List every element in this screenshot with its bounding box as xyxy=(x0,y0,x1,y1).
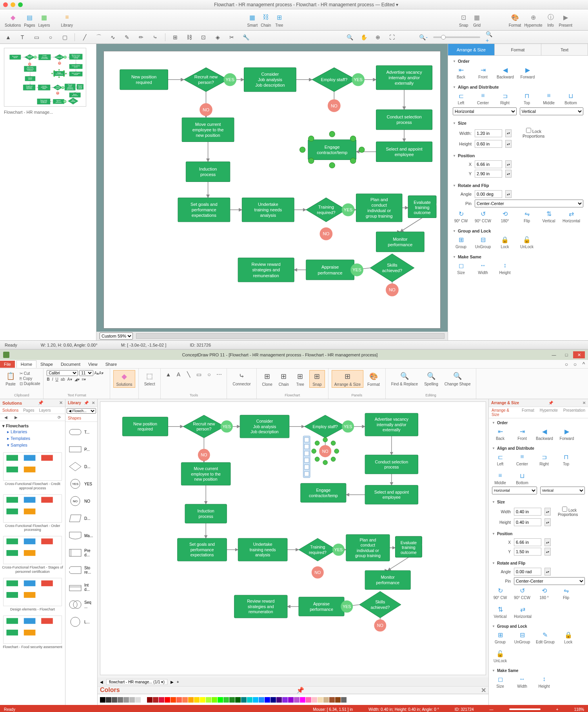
grow-font[interactable]: A▴ xyxy=(94,371,99,375)
middle-btn[interactable]: ≡Middle xyxy=(541,92,557,105)
zoom-btn[interactable] xyxy=(18,2,23,7)
color-swatch[interactable] xyxy=(253,697,258,703)
layers-btn[interactable]: ▦Layers xyxy=(38,12,50,27)
max-btn[interactable]: □ xyxy=(561,351,572,358)
color-swatch[interactable] xyxy=(300,697,305,703)
wr-tab-pres[interactable]: Presentation xyxy=(561,407,588,418)
bottom-btn[interactable]: ⊔Bottom xyxy=(563,92,579,105)
connector-btn[interactable]: ⤷Connector xyxy=(230,370,253,387)
backward-btn[interactable]: ◀Backward xyxy=(497,66,514,79)
pin-select[interactable]: Center-Center xyxy=(475,200,583,207)
top-btn[interactable]: ⊓Top xyxy=(519,92,535,105)
tab-arrange[interactable]: Arrange & Size xyxy=(448,44,495,55)
group-btn[interactable]: ⊞Group xyxy=(453,236,469,249)
wr-tab-hyper[interactable]: Hypernote xyxy=(537,407,561,418)
flowchart-svg[interactable]: New positionrequiredRecruit newperson?Co… xyxy=(104,51,440,328)
menu-shape[interactable]: Shape xyxy=(36,361,57,368)
zoom-slider[interactable] xyxy=(433,36,480,38)
color-swatch[interactable] xyxy=(100,697,105,703)
bold-btn[interactable]: B xyxy=(47,377,49,381)
left-btn[interactable]: ⊏Left xyxy=(453,92,469,105)
wr-height[interactable] xyxy=(514,518,541,526)
bottom-btn[interactable]: ⊔Bottom xyxy=(514,472,530,485)
font-select[interactable]: Calibri xyxy=(47,370,78,376)
shape-3[interactable]: YESYES xyxy=(67,475,96,492)
color-swatch[interactable] xyxy=(335,697,341,703)
zoom-slider-win[interactable] xyxy=(509,708,541,710)
horiz-select[interactable]: Horizontal xyxy=(453,107,517,115)
wr-x[interactable] xyxy=(514,538,541,546)
backward-btn[interactable]: ◀Backward xyxy=(536,427,553,441)
horizontal-btn[interactable]: ⇄Horizontal xyxy=(563,210,580,223)
color-swatch[interactable] xyxy=(282,697,288,703)
size-btn[interactable]: ◻Size xyxy=(453,262,469,275)
color-swatch[interactable] xyxy=(106,697,111,703)
snap-btn[interactable]: ⊡Snap xyxy=(459,12,469,27)
min-btn[interactable]: — xyxy=(548,351,560,358)
win-flowchart-svg[interactable]: New positionrequiredRecruit newperson?Co… xyxy=(100,401,486,675)
clone-btn[interactable]: ⊞Clone xyxy=(260,371,275,387)
find---replace-btn[interactable]: 🔍Find & Replace xyxy=(389,370,420,387)
wr-horiz[interactable]: Horizontal xyxy=(492,487,537,494)
sample-item[interactable]: Flowchart - Food security assessment xyxy=(2,616,64,649)
right-btn[interactable]: ⊐Right xyxy=(497,92,513,105)
wr-tab-arrange[interactable]: Arrange & Size xyxy=(489,407,519,418)
tree-btn[interactable]: ⊞Tree xyxy=(293,371,308,387)
refresh-icon[interactable]: ⟳ xyxy=(55,413,64,422)
color-swatch[interactable] xyxy=(200,697,205,703)
wr-lock[interactable] xyxy=(562,507,567,512)
shape-5[interactable]: D... xyxy=(67,510,96,527)
arc-tool[interactable]: ⌒ xyxy=(94,33,103,42)
top-btn[interactable]: ⊓Top xyxy=(558,453,574,466)
edit-tool[interactable]: ✂ xyxy=(227,33,236,42)
wr-vert[interactable]: Vertical xyxy=(540,487,585,494)
sample-item[interactable]: Cross-Functional Flowchart - Credit appr… xyxy=(2,452,64,490)
lib-close-icon[interactable]: ✕ xyxy=(92,401,95,405)
tool-rect[interactable]: ▭ xyxy=(194,370,203,379)
change-shape-btn[interactable]: 🔍Change Shape xyxy=(442,370,473,387)
minimize-btn[interactable] xyxy=(11,2,15,7)
canvas[interactable]: New positionrequiredRecruit newperson?Co… xyxy=(103,51,441,329)
ungroup-btn[interactable]: ⊟UnGroup xyxy=(475,236,491,249)
color-swatch[interactable] xyxy=(153,697,158,703)
color-swatch[interactable] xyxy=(123,697,129,703)
tree-btn[interactable]: ⊞Tree xyxy=(274,12,284,27)
shape-0[interactable]: T... xyxy=(67,423,96,441)
left-btn[interactable]: ⊏Left xyxy=(492,453,508,466)
zoom-out[interactable]: — xyxy=(490,707,494,712)
shape-6[interactable]: Ma... xyxy=(67,527,96,544)
wr-angle[interactable] xyxy=(514,568,541,576)
sol-tab-layers[interactable]: Layers xyxy=(37,407,53,414)
center-btn[interactable]: ≡Center xyxy=(514,453,530,466)
wr-close[interactable]: ✕ xyxy=(583,401,586,405)
180°-btn[interactable]: ⟲180° xyxy=(497,210,513,223)
sol-tab-solutions[interactable]: Solutions xyxy=(0,407,21,414)
fontcolor-btn[interactable]: A▾ xyxy=(67,377,72,381)
paste-btn[interactable]: 📋Paste xyxy=(3,370,18,387)
vert-select[interactable]: Vertical xyxy=(520,107,584,115)
color-swatch[interactable] xyxy=(270,697,276,703)
ungroup-btn[interactable]: ⊟UnGroup xyxy=(514,631,530,644)
width-input[interactable] xyxy=(475,129,502,137)
hypernote-btn[interactable]: ⊕Hypernote xyxy=(524,12,542,27)
color-swatch[interactable] xyxy=(141,697,147,703)
color-swatch[interactable] xyxy=(135,697,141,703)
size-btn[interactable]: ◻Size xyxy=(492,675,508,688)
back-btn[interactable]: ⇤Back xyxy=(492,427,508,441)
wr-y[interactable] xyxy=(514,548,541,556)
color-swatch[interactable] xyxy=(265,697,270,703)
page-thumbnail[interactable]: New positionrequiredRecruit newperson?Co… xyxy=(4,48,86,107)
solutions-btn[interactable]: ◆Solutions xyxy=(113,370,135,388)
color-swatch[interactable] xyxy=(329,697,335,703)
color-swatch[interactable] xyxy=(323,697,329,703)
right-btn[interactable]: ⊐Right xyxy=(536,453,552,466)
unlock-btn[interactable]: 🔓UnLock xyxy=(519,236,535,249)
connector-tool[interactable]: ⤷ xyxy=(151,33,160,42)
tree-tool[interactable]: ⊡ xyxy=(199,33,208,42)
tool-more[interactable]: ⋯ xyxy=(215,370,223,379)
zoom-out-icon[interactable]: 🔍- xyxy=(419,33,428,42)
fontsize-select[interactable]: 11 xyxy=(79,370,93,376)
y-input[interactable] xyxy=(475,170,502,178)
tool-line[interactable]: ╲ xyxy=(184,370,193,379)
pin-icon[interactable]: 📌 xyxy=(38,400,44,405)
